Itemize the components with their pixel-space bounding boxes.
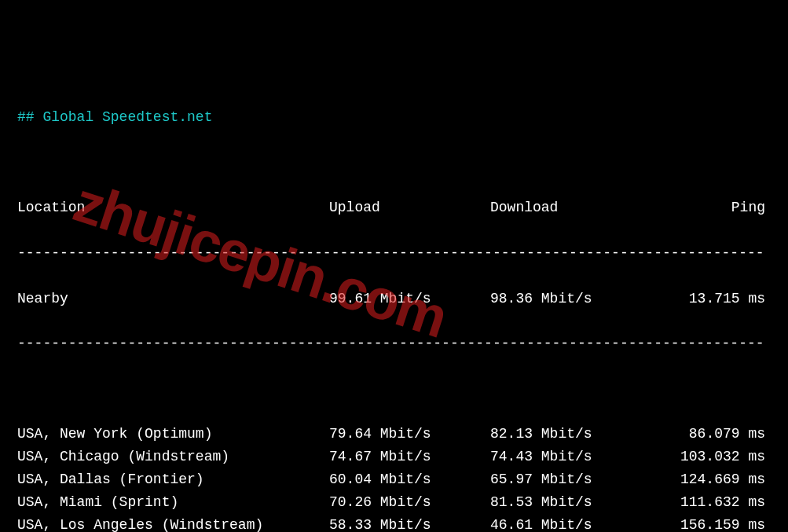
table-row: USA, Miami (Sprint)70.26 Mbit/s81.53 Mbi… (17, 491, 771, 514)
divider: ----------------------------------------… (17, 242, 771, 265)
cell-location: USA, Chicago (Windstream) (17, 446, 329, 468)
header-row: Location Upload Download Ping (17, 196, 771, 219)
nearby-download: 98.36 Mbit/s (490, 288, 655, 310)
divider: ----------------------------------------… (17, 332, 771, 355)
cell-ping: 103.032 ms (655, 446, 765, 468)
cell-download: 81.53 Mbit/s (490, 491, 655, 514)
table-row: USA, Los Angeles (Windstream)58.33 Mbit/… (17, 514, 771, 532)
cell-ping: 124.669 ms (655, 468, 765, 491)
cell-ping: 86.079 ms (655, 423, 765, 446)
nearby-row: Nearby 99.61 Mbit/s 98.36 Mbit/s 13.715 … (17, 288, 771, 310)
cell-location: USA, Miami (Sprint) (17, 491, 329, 514)
cell-upload: 79.64 Mbit/s (329, 423, 490, 446)
cell-location: USA, Dallas (Frontier) (17, 468, 329, 491)
nearby-location: Nearby (17, 288, 329, 310)
cell-download: 82.13 Mbit/s (490, 423, 655, 446)
cell-upload: 70.26 Mbit/s (329, 491, 490, 514)
cell-download: 46.61 Mbit/s (490, 514, 655, 532)
blank-line (17, 152, 771, 174)
blank-line (17, 378, 771, 401)
col-ping: Ping (655, 196, 765, 219)
cell-ping: 111.632 ms (655, 491, 765, 514)
cell-location: USA, Los Angeles (Windstream) (17, 514, 329, 532)
table-row: USA, Dallas (Frontier)60.04 Mbit/s65.97 … (17, 468, 771, 491)
cell-ping: 156.159 ms (655, 514, 765, 532)
cell-upload: 74.67 Mbit/s (329, 446, 490, 468)
cell-upload: 60.04 Mbit/s (329, 468, 490, 491)
col-upload: Upload (329, 196, 490, 219)
cell-download: 74.43 Mbit/s (490, 446, 655, 468)
cell-download: 65.97 Mbit/s (490, 468, 655, 491)
cell-upload: 58.33 Mbit/s (329, 514, 490, 532)
report-title: ## Global Speedtest.net (17, 106, 771, 129)
cell-location: USA, New York (Optimum) (17, 423, 329, 446)
col-location: Location (17, 196, 329, 219)
table-row: USA, New York (Optimum)79.64 Mbit/s82.13… (17, 423, 771, 446)
col-download: Download (490, 196, 655, 219)
nearby-upload: 99.61 Mbit/s (329, 288, 490, 310)
nearby-ping: 13.715 ms (655, 288, 765, 310)
speedtest-rows: USA, New York (Optimum)79.64 Mbit/s82.13… (17, 423, 771, 532)
table-row: USA, Chicago (Windstream)74.67 Mbit/s74.… (17, 446, 771, 468)
